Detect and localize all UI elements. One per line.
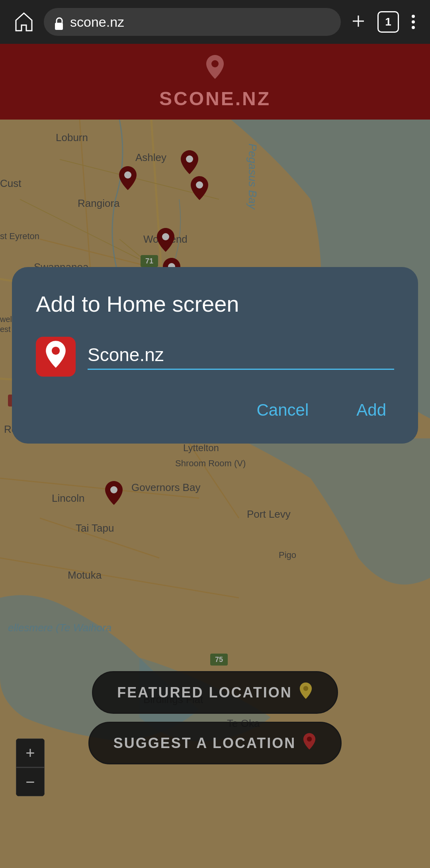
app-name-input-wrapper [88,344,394,370]
browser-chrome: scone.nz 1 [0,0,430,44]
cancel-button[interactable]: Cancel [249,397,317,424]
new-tab-button[interactable] [349,12,368,32]
site-header: SCONE.NZ [0,44,430,120]
browser-actions: 1 [349,11,418,33]
dialog-buttons: Cancel Add [36,397,394,424]
home-button[interactable] [12,10,36,34]
add-button[interactable]: Add [348,397,394,424]
dialog-title: Add to Home screen [36,291,394,317]
app-icon-pin [44,340,68,373]
dialog-overlay [0,120,430,868]
address-bar[interactable]: scone.nz [44,8,341,36]
svg-point-31 [52,347,60,355]
map-area[interactable]: 71 75 1 Loburn Ashley Rangiora Woodend S… [0,120,430,868]
lock-icon [53,16,64,27]
app-name-input[interactable] [88,344,394,365]
url-text: scone.nz [70,14,124,30]
browser-menu-button[interactable] [408,12,418,32]
svg-rect-0 [55,23,63,30]
dialog-input-row [36,337,394,377]
site-title: SCONE.NZ [159,88,271,110]
svg-point-3 [211,60,219,67]
site-logo-pin-icon [205,54,225,84]
add-to-homescreen-dialog: Add to Home screen Cancel Add [12,267,418,444]
app-icon [36,337,76,377]
tab-count-button[interactable]: 1 [377,11,399,33]
